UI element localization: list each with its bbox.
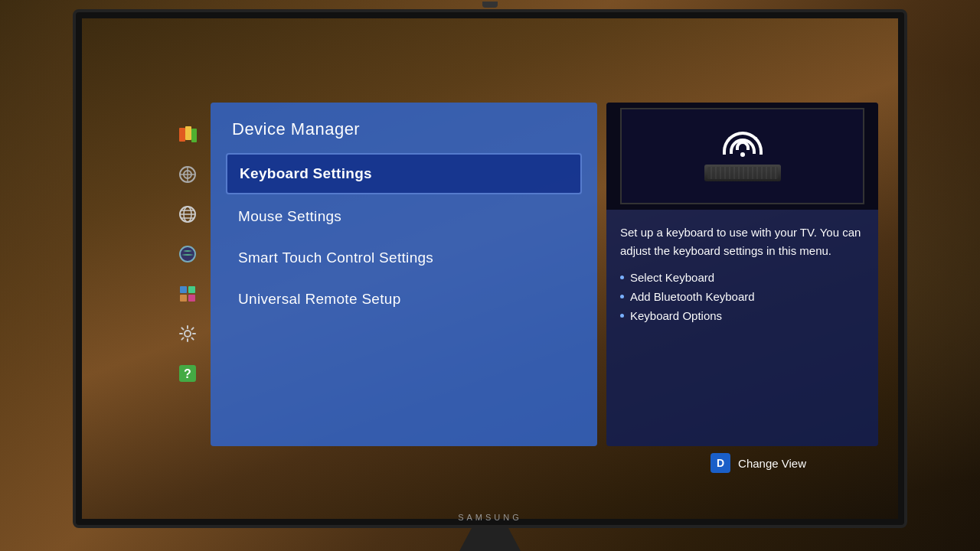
bullet-dot-3 xyxy=(620,314,624,318)
sidebar-icon-settings[interactable] xyxy=(171,317,204,350)
sidebar-icon-apps[interactable] xyxy=(171,277,204,311)
bullet-dot-1 xyxy=(620,276,624,279)
info-image xyxy=(606,103,878,210)
bottom-bar: D Change View xyxy=(710,453,806,473)
sidebar-icon-help[interactable]: ? xyxy=(171,357,204,390)
sidebar-icon-map[interactable] xyxy=(171,118,204,152)
menu-panel: Device Manager Keyboard Settings Mouse S… xyxy=(211,103,597,446)
svg-text:?: ? xyxy=(184,367,191,380)
sidebar-icon-world[interactable] xyxy=(171,237,204,271)
wifi-icon xyxy=(723,132,763,157)
sidebar-icon-network[interactable] xyxy=(171,158,204,191)
menu-item-smart-touch[interactable]: Smart Touch Control Settings xyxy=(226,239,582,277)
wifi-arc-small xyxy=(736,141,750,150)
svg-rect-13 xyxy=(180,286,187,293)
svg-rect-14 xyxy=(188,286,195,293)
menu-item-universal-remote[interactable]: Universal Remote Setup xyxy=(226,280,582,318)
bullet-label-2: Add Bluetooth Keyboard xyxy=(630,290,755,303)
bullet-dot-2 xyxy=(620,295,624,298)
menu-items-list: Keyboard Settings Mouse Settings Smart T… xyxy=(211,153,597,318)
d-button[interactable]: D xyxy=(710,453,730,473)
menu-title: Device Manager xyxy=(211,103,597,153)
tv-screen: ? Device Manager Keyboard Settings Mouse… xyxy=(82,18,898,519)
svg-rect-0 xyxy=(179,128,185,142)
info-description: Set up a keyboard to use with your TV. Y… xyxy=(606,210,878,271)
info-bullet-select-keyboard: Select Keyboard xyxy=(620,271,864,284)
svg-rect-2 xyxy=(191,129,197,142)
sidebar-icon-globe[interactable] xyxy=(171,197,204,231)
info-panel: Set up a keyboard to use with your TV. Y… xyxy=(606,103,878,446)
bullet-label-1: Select Keyboard xyxy=(630,271,714,284)
svg-rect-15 xyxy=(180,295,187,302)
menu-item-mouse-settings[interactable]: Mouse Settings xyxy=(226,197,582,236)
bullet-label-3: Keyboard Options xyxy=(630,309,722,322)
info-image-inner xyxy=(620,108,865,204)
wifi-dot xyxy=(740,152,745,157)
info-bullets: Select Keyboard Add Bluetooth Keyboard K… xyxy=(606,271,878,333)
sidebar: ? xyxy=(166,118,208,390)
info-bullet-keyboard-options: Keyboard Options xyxy=(620,309,864,322)
menu-item-keyboard-settings[interactable]: Keyboard Settings xyxy=(226,153,582,194)
samsung-logo: SAMSUNG xyxy=(458,513,522,522)
svg-rect-16 xyxy=(188,295,195,302)
tv-frame: ? Device Manager Keyboard Settings Mouse… xyxy=(0,0,980,551)
info-bullet-add-bluetooth: Add Bluetooth Keyboard xyxy=(620,290,864,303)
keyboard-image xyxy=(704,165,781,181)
svg-point-17 xyxy=(185,331,191,337)
change-view-label: Change View xyxy=(738,457,806,470)
camera-notch xyxy=(482,2,498,8)
svg-rect-1 xyxy=(185,126,191,140)
tv-bezel: ? Device Manager Keyboard Settings Mouse… xyxy=(73,9,907,528)
